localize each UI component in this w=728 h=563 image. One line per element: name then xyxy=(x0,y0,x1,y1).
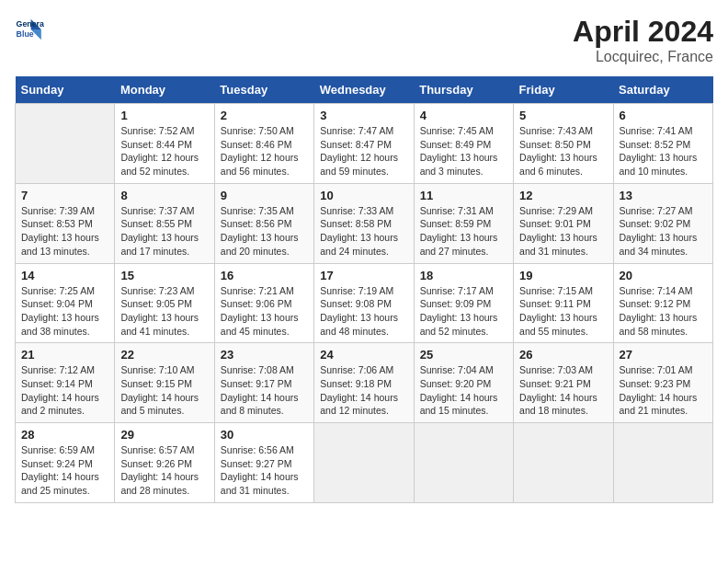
calendar-week-row: 1Sunrise: 7:52 AM Sunset: 8:44 PM Daylig… xyxy=(16,104,713,184)
calendar-cell: 29Sunrise: 6:57 AM Sunset: 9:26 PM Dayli… xyxy=(115,423,214,503)
day-info: Sunrise: 7:52 AM Sunset: 8:44 PM Dayligh… xyxy=(120,124,208,178)
day-info: Sunrise: 7:17 AM Sunset: 9:09 PM Dayligh… xyxy=(420,284,507,339)
day-info: Sunrise: 7:35 AM Sunset: 8:56 PM Dayligh… xyxy=(221,204,308,259)
calendar-week-row: 28Sunrise: 6:59 AM Sunset: 9:24 PM Dayli… xyxy=(16,423,713,503)
page-title: April 2024 xyxy=(573,15,713,49)
calendar-cell: 21Sunrise: 7:12 AM Sunset: 9:14 PM Dayli… xyxy=(16,343,115,423)
day-info: Sunrise: 7:31 AM Sunset: 8:59 PM Dayligh… xyxy=(420,204,507,259)
calendar-table: SundayMondayTuesdayWednesdayThursdayFrid… xyxy=(15,76,713,503)
day-number: 13 xyxy=(620,189,707,202)
calendar-cell: 28Sunrise: 6:59 AM Sunset: 9:24 PM Dayli… xyxy=(16,423,115,503)
day-number: 10 xyxy=(320,189,407,202)
day-number: 19 xyxy=(519,269,607,282)
day-info: Sunrise: 7:15 AM Sunset: 9:11 PM Dayligh… xyxy=(519,284,607,339)
calendar-cell: 5Sunrise: 7:43 AM Sunset: 8:50 PM Daylig… xyxy=(514,104,613,184)
day-info: Sunrise: 7:23 AM Sunset: 9:05 PM Dayligh… xyxy=(120,284,208,339)
calendar-cell: 20Sunrise: 7:14 AM Sunset: 9:12 PM Dayli… xyxy=(613,263,712,343)
day-number: 3 xyxy=(320,109,407,122)
day-info: Sunrise: 7:45 AM Sunset: 8:49 PM Dayligh… xyxy=(420,124,507,178)
calendar-header-cell: Monday xyxy=(115,76,214,104)
calendar-cell: 8Sunrise: 7:37 AM Sunset: 8:55 PM Daylig… xyxy=(115,183,214,263)
calendar-header-cell: Tuesday xyxy=(214,76,313,104)
calendar-header-cell: Saturday xyxy=(613,76,712,104)
calendar-cell: 19Sunrise: 7:15 AM Sunset: 9:11 PM Dayli… xyxy=(514,263,613,343)
day-info: Sunrise: 7:06 AM Sunset: 9:18 PM Dayligh… xyxy=(320,363,407,418)
calendar-header-cell: Friday xyxy=(514,76,613,104)
title-block: April 2024 Locquirec, France xyxy=(573,15,713,65)
day-info: Sunrise: 7:25 AM Sunset: 9:04 PM Dayligh… xyxy=(21,284,108,339)
calendar-cell xyxy=(16,104,115,184)
page-subtitle: Locquirec, France xyxy=(573,49,713,65)
day-info: Sunrise: 7:50 AM Sunset: 8:46 PM Dayligh… xyxy=(221,124,308,178)
calendar-header-cell: Wednesday xyxy=(314,76,414,104)
calendar-cell: 16Sunrise: 7:21 AM Sunset: 9:06 PM Dayli… xyxy=(214,263,313,343)
calendar-header-row: SundayMondayTuesdayWednesdayThursdayFrid… xyxy=(16,76,713,104)
day-info: Sunrise: 7:21 AM Sunset: 9:06 PM Dayligh… xyxy=(221,284,308,339)
calendar-cell xyxy=(514,423,613,503)
day-info: Sunrise: 7:41 AM Sunset: 8:52 PM Dayligh… xyxy=(620,124,707,178)
calendar-cell: 4Sunrise: 7:45 AM Sunset: 8:49 PM Daylig… xyxy=(414,104,513,184)
day-info: Sunrise: 7:04 AM Sunset: 9:20 PM Dayligh… xyxy=(420,363,507,418)
day-info: Sunrise: 6:59 AM Sunset: 9:24 PM Dayligh… xyxy=(21,443,108,498)
day-number: 15 xyxy=(120,269,208,282)
calendar-cell: 9Sunrise: 7:35 AM Sunset: 8:56 PM Daylig… xyxy=(214,183,313,263)
calendar-cell: 2Sunrise: 7:50 AM Sunset: 8:46 PM Daylig… xyxy=(214,104,313,184)
calendar-week-row: 21Sunrise: 7:12 AM Sunset: 9:14 PM Dayli… xyxy=(16,343,713,423)
calendar-week-row: 14Sunrise: 7:25 AM Sunset: 9:04 PM Dayli… xyxy=(16,263,713,343)
day-info: Sunrise: 7:19 AM Sunset: 9:08 PM Dayligh… xyxy=(320,284,407,339)
calendar-cell: 7Sunrise: 7:39 AM Sunset: 8:53 PM Daylig… xyxy=(16,183,115,263)
day-number: 24 xyxy=(320,348,407,362)
calendar-header-cell: Sunday xyxy=(16,76,115,104)
day-number: 1 xyxy=(120,109,208,122)
day-info: Sunrise: 6:57 AM Sunset: 9:26 PM Dayligh… xyxy=(120,443,208,498)
calendar-cell: 14Sunrise: 7:25 AM Sunset: 9:04 PM Dayli… xyxy=(16,263,115,343)
day-number: 14 xyxy=(21,269,108,282)
calendar-cell xyxy=(414,423,513,503)
svg-text:Blue: Blue xyxy=(17,29,34,39)
calendar-header-cell: Thursday xyxy=(414,76,513,104)
calendar-cell: 6Sunrise: 7:41 AM Sunset: 8:52 PM Daylig… xyxy=(613,104,712,184)
day-number: 2 xyxy=(221,109,308,122)
calendar-cell: 30Sunrise: 6:56 AM Sunset: 9:27 PM Dayli… xyxy=(214,423,313,503)
calendar-cell: 11Sunrise: 7:31 AM Sunset: 8:59 PM Dayli… xyxy=(414,183,513,263)
calendar-cell: 18Sunrise: 7:17 AM Sunset: 9:09 PM Dayli… xyxy=(414,263,513,343)
day-info: Sunrise: 7:01 AM Sunset: 9:23 PM Dayligh… xyxy=(620,363,707,418)
day-number: 29 xyxy=(120,428,208,442)
calendar-cell: 22Sunrise: 7:10 AM Sunset: 9:15 PM Dayli… xyxy=(115,343,214,423)
day-info: Sunrise: 7:14 AM Sunset: 9:12 PM Dayligh… xyxy=(620,284,707,339)
calendar-cell xyxy=(613,423,712,503)
calendar-cell: 25Sunrise: 7:04 AM Sunset: 9:20 PM Dayli… xyxy=(414,343,513,423)
calendar-cell: 13Sunrise: 7:27 AM Sunset: 9:02 PM Dayli… xyxy=(613,183,712,263)
day-number: 11 xyxy=(420,189,507,202)
day-number: 17 xyxy=(320,269,407,282)
day-number: 12 xyxy=(519,189,607,202)
calendar-cell xyxy=(314,423,414,503)
day-info: Sunrise: 6:56 AM Sunset: 9:27 PM Dayligh… xyxy=(221,443,308,498)
calendar-cell: 26Sunrise: 7:03 AM Sunset: 9:21 PM Dayli… xyxy=(514,343,613,423)
day-info: Sunrise: 7:08 AM Sunset: 9:17 PM Dayligh… xyxy=(221,363,308,418)
calendar-cell: 23Sunrise: 7:08 AM Sunset: 9:17 PM Dayli… xyxy=(214,343,313,423)
day-info: Sunrise: 7:39 AM Sunset: 8:53 PM Dayligh… xyxy=(21,204,108,259)
calendar-cell: 17Sunrise: 7:19 AM Sunset: 9:08 PM Dayli… xyxy=(314,263,414,343)
calendar-cell: 27Sunrise: 7:01 AM Sunset: 9:23 PM Dayli… xyxy=(613,343,712,423)
day-info: Sunrise: 7:03 AM Sunset: 9:21 PM Dayligh… xyxy=(519,363,607,418)
calendar-cell: 15Sunrise: 7:23 AM Sunset: 9:05 PM Dayli… xyxy=(115,263,214,343)
day-number: 7 xyxy=(21,189,108,202)
day-info: Sunrise: 7:33 AM Sunset: 8:58 PM Dayligh… xyxy=(320,204,407,259)
day-number: 9 xyxy=(221,189,308,202)
day-info: Sunrise: 7:10 AM Sunset: 9:15 PM Dayligh… xyxy=(120,363,208,418)
svg-text:General: General xyxy=(17,19,44,29)
calendar-body: 1Sunrise: 7:52 AM Sunset: 8:44 PM Daylig… xyxy=(16,104,713,503)
calendar-week-row: 7Sunrise: 7:39 AM Sunset: 8:53 PM Daylig… xyxy=(16,183,713,263)
day-number: 27 xyxy=(620,348,707,362)
day-info: Sunrise: 7:37 AM Sunset: 8:55 PM Dayligh… xyxy=(120,204,208,259)
day-number: 30 xyxy=(221,428,308,442)
day-info: Sunrise: 7:47 AM Sunset: 8:47 PM Dayligh… xyxy=(320,124,407,178)
day-number: 4 xyxy=(420,109,507,122)
day-number: 6 xyxy=(620,109,707,122)
day-info: Sunrise: 7:43 AM Sunset: 8:50 PM Dayligh… xyxy=(519,124,607,178)
day-number: 28 xyxy=(21,428,108,442)
day-info: Sunrise: 7:27 AM Sunset: 9:02 PM Dayligh… xyxy=(620,204,707,259)
day-number: 26 xyxy=(519,348,607,362)
day-number: 25 xyxy=(420,348,507,362)
